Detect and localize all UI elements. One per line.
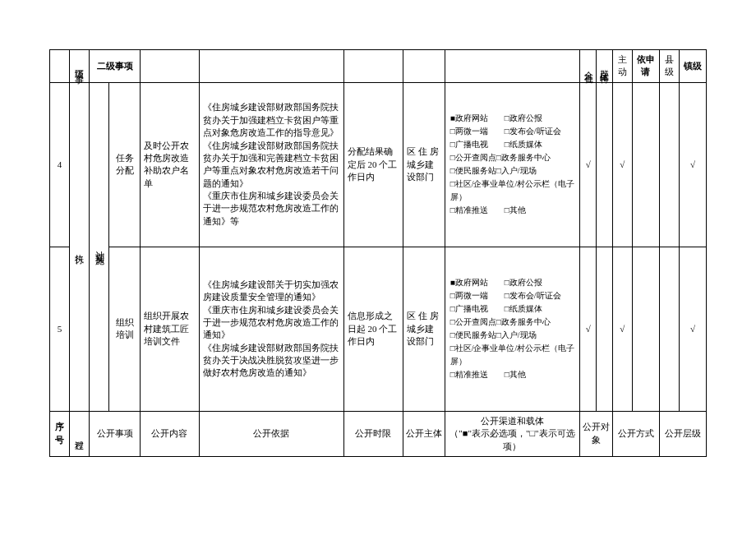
hdr-blank7	[445, 50, 580, 83]
row5-content: 组织开展农村建筑工匠培训文件	[140, 247, 199, 411]
ftr-item: 公开事项	[90, 411, 140, 456]
table-row: 5 组织培训 组织开展农村建筑工匠培训文件 《住房城乡建设部关于切实加强农房建设…	[50, 247, 707, 411]
table-row: 4 执行 计划实施 任务分配 及时公开农村危房改造补助农户名单 《住房城乡建设部…	[50, 82, 707, 247]
row4-content: 及时公开农村危房改造补助农户名单	[140, 82, 199, 247]
exec-label: 执行	[70, 82, 90, 411]
row5-channels: ■政府网站 □政府公报 □两微一端 □发布会/听证会 □广播电视 □纸质媒体 □…	[445, 247, 580, 411]
hdr-blank5	[343, 50, 403, 83]
plan-label: 计划实施	[90, 82, 109, 411]
row4-time: 分配结果确定后 20 个工作日内	[343, 82, 403, 247]
hdr-town: 镇级	[679, 50, 706, 83]
ftr-seq: 序号	[50, 411, 70, 456]
row5-time: 信息形成之日起 20 个工作日内	[343, 247, 403, 411]
ftr-method: 公开方式	[612, 411, 659, 456]
row4-num: 4	[50, 82, 70, 247]
hdr-active: 主动	[612, 50, 632, 83]
hdr-l2: 二级事项	[90, 50, 140, 83]
ftr-content: 公开内容	[140, 411, 199, 456]
row5-county	[659, 247, 679, 411]
hdr-blank4	[200, 50, 344, 83]
row4-town: √	[679, 82, 706, 247]
ftr-level: 公开层级	[659, 411, 706, 456]
hdr-request: 依申请	[632, 50, 659, 83]
row5-basis: 《住房城乡建设部关于切实加强农房建设质量安全管理的通知》 《重庆市住房和城乡建设…	[200, 247, 344, 411]
row4-active: √	[612, 82, 632, 247]
row4-grp	[597, 82, 613, 247]
hdr-blank1	[50, 50, 70, 83]
row4-channels: ■政府网站 □政府公报 □两微一端 □发布会/听证会 □广播电视 □纸质媒体 □…	[445, 82, 580, 247]
row5-req	[632, 247, 659, 411]
ftr-basis: 公开依据	[200, 411, 344, 456]
row4-county	[659, 82, 679, 247]
header-row-top: 级项一事 二级事项 全社会 群定体特 主动 依申请 县级 镇级	[50, 50, 707, 83]
hdr-group: 群定体特	[597, 50, 613, 83]
row4-basis: 《住房城乡建设部财政部国务院扶贫办关于加强建档立卡贫困户等重点对象危房改造工作的…	[200, 82, 344, 247]
hdr-county: 县级	[659, 50, 679, 83]
hdr-blank3	[140, 50, 199, 83]
ftr-process: 过程	[70, 411, 90, 456]
hdr-blank6	[403, 50, 445, 83]
row4-subject: 区 住 房 城乡建设部门	[403, 82, 445, 247]
ftr-time: 公开时限	[343, 411, 403, 456]
row5-soc: √	[580, 247, 597, 411]
hdr-l1: 级项一事	[70, 50, 90, 83]
ftr-subject: 公开主体	[403, 411, 445, 456]
row4-req	[632, 82, 659, 247]
row5-town: √	[679, 247, 706, 411]
row5-num: 5	[50, 247, 70, 411]
row4-soc: √	[580, 82, 597, 247]
row5-grp	[597, 247, 613, 411]
row5-subject: 区 住 房 城乡建设部门	[403, 247, 445, 411]
ftr-channel: 公开渠道和载体 （"■"表示必选项，"□"表示可选项）	[445, 411, 580, 456]
row5-active: √	[612, 247, 632, 411]
hdr-society: 全社会	[580, 50, 597, 83]
row5-l3: 组织培训	[109, 247, 140, 411]
disclosure-table: 级项一事 二级事项 全社会 群定体特 主动 依申请 县级 镇级 4 执行 计划实…	[49, 49, 707, 457]
row4-l3: 任务分配	[109, 82, 140, 247]
ftr-target: 公开对象	[580, 411, 613, 456]
